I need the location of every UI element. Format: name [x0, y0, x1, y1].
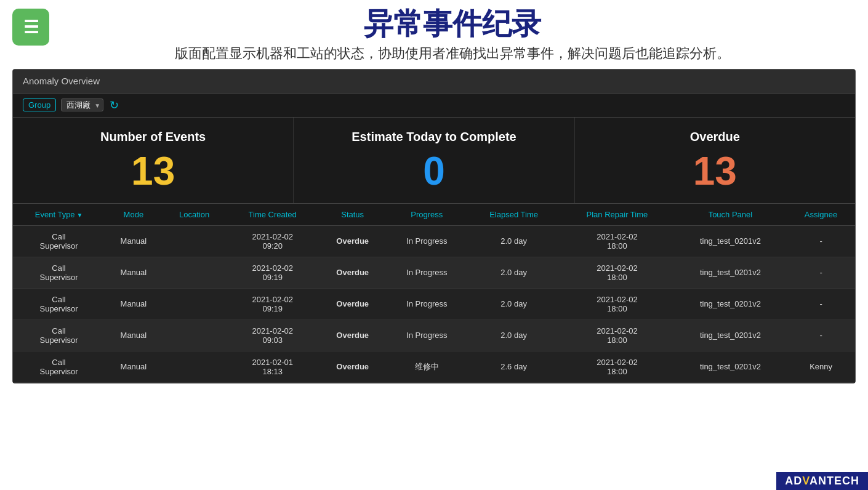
table-cell: -: [787, 257, 855, 288]
table-row: CallSupervisorManual2021-02-0209:19Overd…: [13, 257, 855, 288]
table-cell: 2.0 day: [467, 257, 560, 288]
table-cell: Overdue: [319, 288, 387, 319]
stat-card-overdue: Overdue 13: [575, 118, 855, 203]
brand-text: ADVANTECH: [785, 475, 859, 488]
group-select-wrapper[interactable]: 西湖廠: [61, 98, 103, 111]
table-cell: In Progress: [387, 225, 468, 257]
col-touch-panel: Touch Panel: [674, 204, 787, 226]
table-cell: 2021-02-0218:00: [560, 257, 674, 288]
header-center: 异常事件纪录 版面配置显示机器和工站的状态，协助使用者准确找出异常事件，解决问题…: [49, 6, 856, 63]
stat-value-events: 13: [19, 151, 287, 191]
main-container: Anomaly Overview Group 西湖廠 ↻ Number of E…: [12, 69, 856, 384]
table-cell: CallSupervisor: [13, 257, 105, 288]
group-select[interactable]: 西湖廠: [61, 98, 103, 111]
col-assignee: Assignee: [787, 204, 855, 226]
table-cell: -: [787, 319, 855, 351]
col-location: Location: [163, 204, 227, 226]
table-cell: ting_test_0201v2: [674, 319, 787, 351]
col-progress: Progress: [387, 204, 468, 226]
stats-row: Number of Events 13 Estimate Today to Co…: [13, 118, 855, 204]
table-cell: ting_test_0201v2: [674, 257, 787, 288]
col-mode: Mode: [105, 204, 163, 226]
page-header: ☰ 异常事件纪录 版面配置显示机器和工站的状态，协助使用者准确找出异常事件，解决…: [0, 0, 868, 69]
table-header: Event Type Mode Location Time Created St…: [13, 204, 855, 226]
table-cell: Overdue: [319, 319, 387, 351]
table-cell: 2021-02-0218:00: [560, 225, 674, 257]
table-row: CallSupervisorManual2021-02-0209:03Overd…: [13, 319, 855, 351]
table-cell: Overdue: [319, 351, 387, 382]
table-cell: -: [787, 225, 855, 257]
table-cell: CallSupervisor: [13, 319, 105, 351]
table-cell: 2021-02-0218:00: [560, 319, 674, 351]
table-cell: ting_test_0201v2: [674, 351, 787, 382]
refresh-button[interactable]: ↻: [110, 98, 119, 112]
table-cell: -: [787, 288, 855, 319]
logo-icon: ☰: [23, 17, 39, 38]
overview-title: Anomaly Overview: [23, 76, 100, 86]
logo-box: ☰: [12, 9, 49, 46]
table-section: Event Type Mode Location Time Created St…: [13, 204, 855, 383]
table-cell: [163, 288, 227, 319]
stat-card-estimate: Estimate Today to Complete 0: [294, 118, 574, 203]
table-cell: 2.0 day: [467, 225, 560, 257]
table-cell: 2021-02-0209:20: [227, 225, 319, 257]
group-label: Group: [23, 98, 56, 111]
table-cell: Manual: [105, 319, 163, 351]
table-cell: [163, 351, 227, 382]
table-cell: [163, 319, 227, 351]
table-cell: ting_test_0201v2: [674, 288, 787, 319]
table-cell: Manual: [105, 257, 163, 288]
overview-header: Anomaly Overview: [13, 70, 855, 94]
table-cell: 2021-02-0218:00: [560, 288, 674, 319]
table-cell: 2021-02-0218:00: [560, 351, 674, 382]
footer: ADVANTECH: [776, 472, 868, 490]
table-cell: 2021-02-0118:13: [227, 351, 319, 382]
col-elapsed-time: Elapsed Time: [467, 204, 560, 226]
col-status: Status: [319, 204, 387, 226]
page-subtitle: 版面配置显示机器和工站的状态，协助使用者准确找出异常事件，解决问题后也能追踪分析…: [49, 44, 856, 63]
stat-label-overdue: Overdue: [581, 130, 849, 144]
col-event-type[interactable]: Event Type: [13, 204, 105, 226]
table-cell: [163, 257, 227, 288]
table-cell: CallSupervisor: [13, 351, 105, 382]
table-cell: Manual: [105, 225, 163, 257]
table-cell: Overdue: [319, 225, 387, 257]
data-table: Event Type Mode Location Time Created St…: [13, 204, 855, 383]
brand-highlight: V: [802, 475, 810, 487]
col-time-created: Time Created: [227, 204, 319, 226]
top-bar: Group 西湖廠 ↻: [13, 94, 855, 118]
table-cell: 2021-02-0209:19: [227, 288, 319, 319]
table-cell: CallSupervisor: [13, 225, 105, 257]
col-plan-repair-time: Plan Repair Time: [560, 204, 674, 226]
table-cell: 2021-02-0209:19: [227, 257, 319, 288]
table-cell: Overdue: [319, 257, 387, 288]
table-cell: In Progress: [387, 288, 468, 319]
table-body: CallSupervisorManual2021-02-0209:20Overd…: [13, 225, 855, 382]
table-cell: Manual: [105, 351, 163, 382]
table-cell: [163, 225, 227, 257]
stat-label-estimate: Estimate Today to Complete: [300, 130, 568, 144]
table-cell: In Progress: [387, 319, 468, 351]
table-cell: 2.0 day: [467, 319, 560, 351]
stat-value-estimate: 0: [300, 151, 568, 191]
table-row: CallSupervisorManual2021-02-0209:20Overd…: [13, 225, 855, 257]
table-cell: Kenny: [787, 351, 855, 382]
table-cell: 维修中: [387, 351, 468, 382]
stat-value-overdue: 13: [581, 151, 849, 191]
table-cell: 2021-02-0209:03: [227, 319, 319, 351]
table-cell: CallSupervisor: [13, 288, 105, 319]
table-cell: In Progress: [387, 257, 468, 288]
table-cell: ting_test_0201v2: [674, 225, 787, 257]
page-title: 异常事件纪录: [49, 6, 856, 42]
table-cell: 2.6 day: [467, 351, 560, 382]
table-cell: 2.0 day: [467, 288, 560, 319]
table-row: CallSupervisorManual2021-02-0209:19Overd…: [13, 288, 855, 319]
stat-label-events: Number of Events: [19, 130, 287, 144]
table-row: CallSupervisorManual2021-02-0118:13Overd…: [13, 351, 855, 382]
stat-card-events: Number of Events 13: [13, 118, 294, 203]
table-cell: Manual: [105, 288, 163, 319]
